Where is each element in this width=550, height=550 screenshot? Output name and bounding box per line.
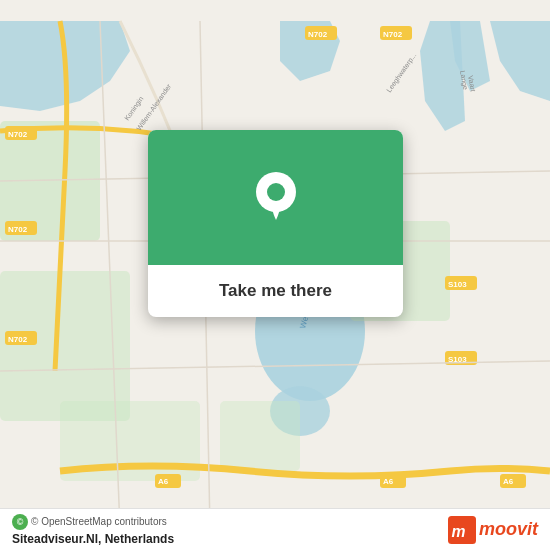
svg-text:A6: A6: [503, 477, 514, 486]
moovit-text: moovit: [479, 519, 538, 540]
attribution-text: © OpenStreetMap contributors: [31, 516, 167, 527]
card-map-area: [148, 130, 403, 265]
svg-point-40: [267, 183, 285, 201]
take-me-there-button[interactable]: Take me there: [164, 281, 387, 301]
moovit-icon: m: [448, 516, 476, 544]
svg-text:N702: N702: [8, 335, 28, 344]
svg-text:S103: S103: [448, 280, 467, 289]
svg-text:N702: N702: [383, 30, 403, 39]
card-action[interactable]: Take me there: [148, 265, 403, 317]
svg-text:m: m: [451, 523, 465, 540]
moovit-logo: m moovit: [448, 516, 538, 544]
bottom-bar: © © OpenStreetMap contributors Siteadvis…: [0, 508, 550, 550]
osm-logo: ©: [12, 514, 28, 530]
location-pin: [251, 173, 301, 223]
map-container: N702 N702 N702 A6 A6 A6 S103 S103 N702 N…: [0, 0, 550, 550]
svg-text:N702: N702: [8, 225, 28, 234]
svg-text:N702: N702: [8, 130, 28, 139]
bottom-left: © © OpenStreetMap contributors Siteadvis…: [12, 514, 174, 546]
site-name: Siteadviseur.Nl, Netherlands: [12, 532, 174, 546]
osm-attribution: © © OpenStreetMap contributors: [12, 514, 174, 530]
svg-rect-7: [220, 401, 300, 471]
location-card: Take me there: [148, 130, 403, 317]
svg-text:A6: A6: [383, 477, 394, 486]
svg-text:N702: N702: [308, 30, 328, 39]
svg-text:A6: A6: [158, 477, 169, 486]
